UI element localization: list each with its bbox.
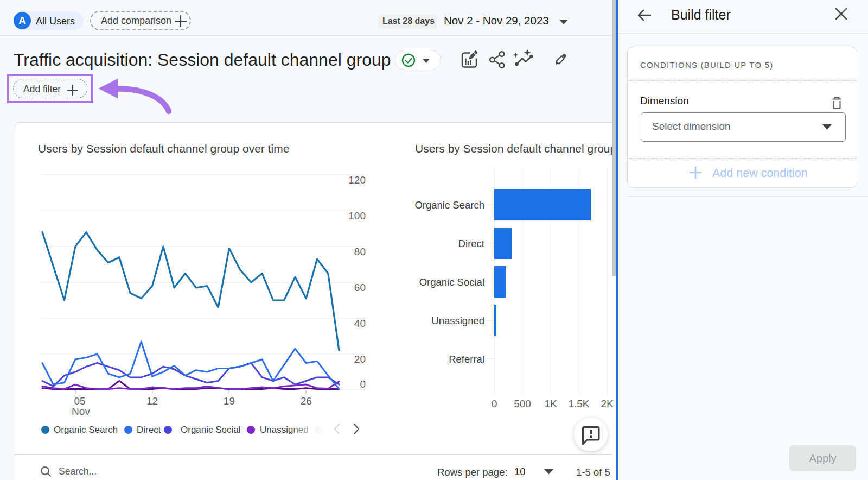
svg-text:26: 26 <box>301 395 312 407</box>
svg-text:12: 12 <box>146 395 158 407</box>
svg-text:1.5K: 1.5K <box>568 398 589 409</box>
svg-text:120: 120 <box>348 174 366 186</box>
svg-text:40: 40 <box>354 318 366 329</box>
svg-text:100: 100 <box>348 210 366 222</box>
svg-text:0: 0 <box>360 378 366 390</box>
svg-text:1K: 1K <box>544 398 557 409</box>
svg-text:Referral: Referral <box>449 353 484 365</box>
svg-text:19: 19 <box>224 395 235 407</box>
svg-text:Nov: Nov <box>72 406 90 417</box>
svg-text:80: 80 <box>354 246 366 257</box>
svg-text:500: 500 <box>514 398 531 409</box>
svg-text:0: 0 <box>492 398 497 409</box>
svg-text:2K: 2K <box>601 398 614 409</box>
svg-text:60: 60 <box>354 282 366 293</box>
svg-text:Direct: Direct <box>458 238 484 249</box>
svg-text:20: 20 <box>354 353 366 365</box>
svg-text:05: 05 <box>74 395 85 407</box>
svg-text:Organic Search: Organic Search <box>414 199 484 211</box>
svg-text:Unassigned: Unassigned <box>431 315 484 326</box>
svg-text:Organic Social: Organic Social <box>419 276 484 288</box>
